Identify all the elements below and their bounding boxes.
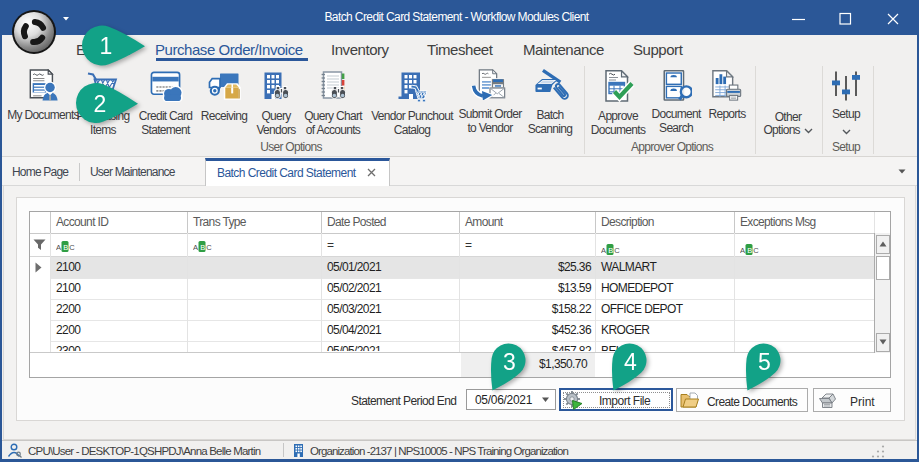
svg-text:3: 3 [503, 349, 516, 375]
svg-text:1: 1 [100, 33, 113, 59]
svg-text:A: A [740, 246, 745, 255]
svg-text:A: A [601, 246, 606, 255]
svg-text:B: B [200, 243, 205, 252]
svg-text:2: 2 [94, 91, 107, 117]
svg-text:C: C [206, 243, 212, 252]
svg-text:B: B [747, 246, 752, 255]
svg-text:B: B [608, 246, 613, 255]
svg-text:A: A [193, 243, 198, 252]
svg-text:C: C [69, 243, 75, 252]
svg-text:C: C [614, 246, 620, 255]
svg-text:B: B [63, 243, 68, 252]
svg-text:5: 5 [758, 349, 771, 375]
svg-text:4: 4 [624, 349, 637, 375]
svg-text:A: A [56, 243, 61, 252]
svg-text:C: C [753, 246, 759, 255]
